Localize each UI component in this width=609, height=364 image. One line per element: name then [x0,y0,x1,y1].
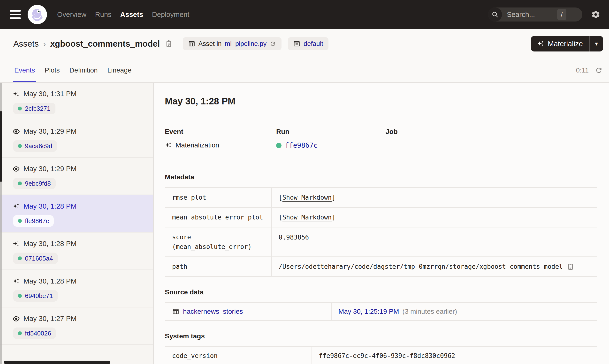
tab-lineage[interactable]: Lineage [107,58,133,82]
metadata-actions-cell [585,207,597,227]
event-timestamp[interactable]: May 30, 1:31 PM [24,90,76,98]
code-location-pill[interactable]: Asset in ml_pipeline.py [183,37,282,50]
event-list-item-selected[interactable]: May 30, 1:28 PM ffe9867c [0,195,153,233]
materialization-sparkle-icon [13,240,20,247]
materialize-button[interactable]: Materialize [531,36,589,52]
observation-eye-icon [13,315,20,323]
event-list-sidebar: May 30, 1:31 PM 2cfc3271 May 30, 1:29 PM… [0,83,154,364]
event-list-item[interactable]: May 30, 1:31 PM 2cfc3271 [0,83,153,120]
run-id-link[interactable]: 2cfc3271 [25,105,51,112]
dagster-logo[interactable] [28,5,47,24]
code-location-file-link[interactable]: ml_pipeline.py [225,40,267,48]
materialization-sparkle-icon [13,203,20,210]
system-tags-table: code_version ffe9867c-ec9c-4f06-939c-f8d… [165,346,597,364]
asset-group-link[interactable]: default [304,40,323,48]
run-id-pill[interactable]: 6940be71 [13,290,58,302]
event-timestamp[interactable]: May 30, 1:29 PM [24,165,76,173]
run-id-link[interactable]: ffe9867c [285,141,318,149]
refresh-icon[interactable] [595,66,603,74]
run-success-dot [18,331,22,335]
top-navigation-bar: Overview Runs Assets Deployment Search..… [0,0,609,29]
search-input[interactable]: Search... / [488,8,582,22]
search-shortcut-badge: / [557,9,567,20]
show-markdown-link[interactable]: [Show Markdown] [279,214,335,221]
event-timestamp[interactable]: May 30, 1:28 PM [24,202,76,210]
source-materialization-time-link[interactable]: May 30, 1:25:19 PM [338,308,399,315]
tab-definition[interactable]: Definition [69,58,99,82]
metadata-score-value: 0.983856 [272,227,585,257]
event-timestamp[interactable]: May 30, 1:27 PM [24,315,76,323]
show-markdown-link[interactable]: [Show Markdown] [279,194,335,201]
run-id-pill[interactable]: 071605a4 [13,253,58,264]
copy-path-icon[interactable] [567,263,574,271]
table-row: path /Users/odetteharary/code/dagster/tm… [165,257,597,276]
system-tags-heading: System tags [165,332,597,340]
sidebar-vertical-scrollbar[interactable] [0,111,2,182]
metadata-key: score (mean_absolute_error) [165,227,272,257]
storage-path-link[interactable]: /Users/odetteharary/code/dagster/tmp_0mz… [279,263,563,270]
run-id-pill[interactable]: 2cfc3271 [13,103,55,114]
metadata-key: path [165,257,272,276]
metadata-key: rmse plot [165,188,272,207]
run-success-dot [18,182,22,185]
run-column-label: Run [276,128,386,136]
asset-group-pill[interactable]: default [288,37,329,50]
event-list-item[interactable]: May 30, 1:27 PM fd540026 [0,307,153,345]
source-data-table: hackernews_stories May 30, 1:25:19 PM (3… [165,302,597,321]
search-placeholder: Search... [507,11,535,19]
run-id-link[interactable]: ffe9867c [25,217,49,225]
metadata-actions-cell [585,188,597,207]
source-data-heading: Source data [165,288,597,296]
event-list-item[interactable]: May 30, 1:28 PM 6940be71 [0,270,153,307]
event-list-item[interactable]: May 30, 1:29 PM 9aca6c9d [0,120,153,157]
tab-events[interactable]: Events [13,58,36,82]
run-id-link[interactable]: 071605a4 [25,255,53,262]
copy-asset-name-icon[interactable] [165,40,173,48]
job-empty-value: — [386,141,393,150]
run-id-link[interactable]: fd540026 [25,330,51,337]
run-id-link[interactable]: 6940be71 [25,292,53,300]
sidebar-horizontal-scrollbar[interactable] [4,361,110,364]
search-icon [488,8,502,22]
topbar-right: Search... / [488,8,600,22]
run-id-pill[interactable]: 9ebc9fd8 [13,178,56,189]
asset-table-icon [172,308,179,315]
tab-plots[interactable]: Plots [44,58,61,82]
run-id-pill[interactable]: ffe9867c [13,215,54,227]
hamburger-menu-icon[interactable] [10,10,21,19]
run-id-link[interactable]: 9ebc9fd8 [25,180,51,187]
event-list-item[interactable]: May 30, 1:28 PM 071605a4 [0,233,153,270]
divider [165,163,597,163]
run-id-pill[interactable]: 9aca6c9d [13,140,57,152]
observation-eye-icon [13,165,20,173]
materialization-sparkle-icon [13,278,20,285]
materialize-dropdown-caret-icon[interactable]: ▾ [590,36,603,52]
metadata-actions-cell [585,257,597,276]
source-time-note: (3 minutes earlier) [402,308,457,315]
event-timestamp[interactable]: May 30, 1:28 PM [24,277,76,285]
event-timestamp[interactable]: May 30, 1:29 PM [24,127,76,135]
run-id-pill[interactable]: fd540026 [13,327,56,339]
source-asset-link[interactable]: hackernews_stories [183,308,243,315]
event-detail-panel: May 30, 1:28 PM Event Materialization Ru… [154,83,609,364]
nav-overview[interactable]: Overview [57,11,86,19]
nav-deployment[interactable]: Deployment [152,11,190,19]
materialize-split-button: Materialize ▾ [531,36,603,52]
metadata-heading: Metadata [165,173,597,181]
event-timestamp[interactable]: May 30, 1:28 PM [24,240,76,248]
event-type-value: Materialization [176,141,219,149]
run-id-link[interactable]: 9aca6c9d [25,142,52,150]
gear-icon[interactable] [591,10,600,19]
table-row: score (mean_absolute_error) 0.983856 [165,227,597,257]
tabs: Events Plots Definition Lineage [13,58,132,82]
breadcrumb-chevron-icon: › [43,39,46,49]
nav-assets[interactable]: Assets [120,11,143,19]
reload-code-location-icon[interactable] [270,41,276,47]
run-success-dot [18,294,22,298]
materialization-sparkle-icon [13,91,20,98]
nav-runs[interactable]: Runs [95,11,111,19]
refresh-countdown: 0:11 [576,66,589,74]
event-list-item[interactable]: May 30, 1:29 PM 9ebc9fd8 [0,157,153,195]
breadcrumb-assets-link[interactable]: Assets [13,39,39,49]
event-summary-grid: Event Materialization Run ffe9867c Job — [165,128,597,150]
